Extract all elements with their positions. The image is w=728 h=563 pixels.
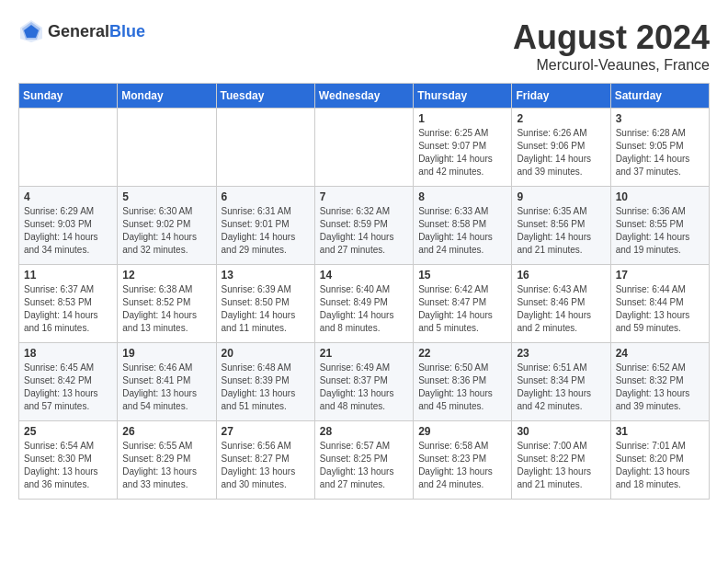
day-number: 6	[222, 190, 310, 203]
day-info: Sunrise: 6:54 AM Sunset: 8:30 PM Dayligh…	[24, 440, 112, 491]
day-info: Sunrise: 6:45 AM Sunset: 8:42 PM Dayligh…	[24, 362, 112, 413]
calendar-cell: 3Sunrise: 6:28 AM Sunset: 9:05 PM Daylig…	[610, 109, 709, 187]
day-number: 21	[320, 347, 408, 360]
logo-general: General	[48, 22, 109, 40]
calendar-cell: 30Sunrise: 7:00 AM Sunset: 8:22 PM Dayli…	[512, 421, 610, 500]
day-info: Sunrise: 6:48 AM Sunset: 8:39 PM Dayligh…	[222, 362, 310, 413]
calendar-cell: 18Sunrise: 6:45 AM Sunset: 8:42 PM Dayli…	[19, 343, 118, 421]
day-number: 3	[616, 112, 704, 125]
day-header-saturday: Saturday	[610, 84, 709, 109]
calendar-cell: 16Sunrise: 6:43 AM Sunset: 8:46 PM Dayli…	[512, 265, 610, 343]
calendar-week-row: 11Sunrise: 6:37 AM Sunset: 8:53 PM Dayli…	[19, 265, 710, 343]
day-info: Sunrise: 6:29 AM Sunset: 9:03 PM Dayligh…	[24, 205, 112, 257]
calendar-cell: 25Sunrise: 6:54 AM Sunset: 8:30 PM Dayli…	[19, 421, 118, 500]
calendar-cell: 31Sunrise: 7:01 AM Sunset: 8:20 PM Dayli…	[610, 421, 709, 500]
calendar-cell	[314, 109, 413, 187]
day-info: Sunrise: 6:33 AM Sunset: 8:58 PM Dayligh…	[418, 205, 506, 257]
calendar-cell: 17Sunrise: 6:44 AM Sunset: 8:44 PM Dayli…	[610, 265, 709, 343]
calendar-cell	[118, 109, 216, 187]
day-header-wednesday: Wednesday	[314, 84, 413, 109]
calendar-cell: 4Sunrise: 6:29 AM Sunset: 9:03 PM Daylig…	[19, 187, 118, 265]
calendar-cell: 29Sunrise: 6:58 AM Sunset: 8:23 PM Dayli…	[414, 421, 512, 500]
calendar-cell: 8Sunrise: 6:33 AM Sunset: 8:58 PM Daylig…	[414, 187, 512, 265]
day-number: 9	[517, 190, 605, 203]
day-number: 25	[24, 425, 112, 438]
subtitle: Mercurol-Veaunes, France	[513, 57, 710, 74]
day-number: 5	[122, 190, 210, 203]
calendar-cell: 20Sunrise: 6:48 AM Sunset: 8:39 PM Dayli…	[216, 343, 314, 421]
day-number: 18	[24, 347, 112, 360]
title-block: August 2024 Mercurol-Veaunes, France	[513, 18, 710, 74]
page-header: GeneralBlue August 2024 Mercurol-Veaunes…	[18, 18, 710, 74]
day-number: 28	[320, 425, 408, 438]
day-info: Sunrise: 6:30 AM Sunset: 9:02 PM Dayligh…	[122, 205, 210, 257]
day-info: Sunrise: 6:57 AM Sunset: 8:25 PM Dayligh…	[320, 440, 408, 491]
day-header-friday: Friday	[512, 84, 610, 109]
calendar-cell	[216, 109, 314, 187]
calendar-cell: 10Sunrise: 6:36 AM Sunset: 8:55 PM Dayli…	[610, 187, 709, 265]
day-number: 20	[222, 347, 310, 360]
calendar-cell: 12Sunrise: 6:38 AM Sunset: 8:52 PM Dayli…	[118, 265, 216, 343]
calendar-cell: 23Sunrise: 6:51 AM Sunset: 8:34 PM Dayli…	[512, 343, 610, 421]
day-info: Sunrise: 6:25 AM Sunset: 9:07 PM Dayligh…	[418, 127, 506, 178]
day-info: Sunrise: 6:43 AM Sunset: 8:46 PM Dayligh…	[517, 283, 605, 335]
calendar-week-row: 4Sunrise: 6:29 AM Sunset: 9:03 PM Daylig…	[19, 187, 710, 265]
day-info: Sunrise: 6:36 AM Sunset: 8:55 PM Dayligh…	[616, 205, 704, 257]
day-info: Sunrise: 6:26 AM Sunset: 9:06 PM Dayligh…	[517, 127, 605, 178]
day-info: Sunrise: 6:38 AM Sunset: 8:52 PM Dayligh…	[122, 283, 210, 335]
day-info: Sunrise: 6:56 AM Sunset: 8:27 PM Dayligh…	[222, 440, 310, 491]
logo-text: GeneralBlue	[48, 22, 145, 41]
day-header-thursday: Thursday	[414, 84, 512, 109]
day-number: 22	[418, 347, 506, 360]
calendar-week-row: 18Sunrise: 6:45 AM Sunset: 8:42 PM Dayli…	[19, 343, 710, 421]
calendar-cell: 11Sunrise: 6:37 AM Sunset: 8:53 PM Dayli…	[19, 265, 118, 343]
day-info: Sunrise: 6:49 AM Sunset: 8:37 PM Dayligh…	[320, 362, 408, 413]
day-info: Sunrise: 6:46 AM Sunset: 8:41 PM Dayligh…	[122, 362, 210, 413]
calendar-body: 1Sunrise: 6:25 AM Sunset: 9:07 PM Daylig…	[19, 109, 710, 500]
day-number: 13	[222, 269, 310, 282]
calendar-cell: 13Sunrise: 6:39 AM Sunset: 8:50 PM Dayli…	[216, 265, 314, 343]
day-info: Sunrise: 6:42 AM Sunset: 8:47 PM Dayligh…	[418, 283, 506, 335]
day-info: Sunrise: 6:44 AM Sunset: 8:44 PM Dayligh…	[616, 283, 704, 335]
day-number: 29	[418, 425, 506, 438]
logo-blue: Blue	[109, 22, 145, 40]
main-title: August 2024	[513, 18, 710, 57]
day-number: 2	[517, 112, 605, 125]
calendar-header-row: SundayMondayTuesdayWednesdayThursdayFrid…	[19, 84, 710, 109]
day-info: Sunrise: 6:37 AM Sunset: 8:53 PM Dayligh…	[24, 283, 112, 335]
calendar-week-row: 25Sunrise: 6:54 AM Sunset: 8:30 PM Dayli…	[19, 421, 710, 500]
calendar-cell: 7Sunrise: 6:32 AM Sunset: 8:59 PM Daylig…	[314, 187, 413, 265]
day-info: Sunrise: 7:00 AM Sunset: 8:22 PM Dayligh…	[517, 440, 605, 491]
day-number: 26	[122, 425, 210, 438]
logo: GeneralBlue	[18, 18, 145, 44]
calendar-cell: 21Sunrise: 6:49 AM Sunset: 8:37 PM Dayli…	[314, 343, 413, 421]
day-number: 27	[222, 425, 310, 438]
day-info: Sunrise: 6:50 AM Sunset: 8:36 PM Dayligh…	[418, 362, 506, 413]
day-header-tuesday: Tuesday	[216, 84, 314, 109]
day-info: Sunrise: 6:40 AM Sunset: 8:49 PM Dayligh…	[320, 283, 408, 335]
day-number: 15	[418, 269, 506, 282]
calendar-cell: 27Sunrise: 6:56 AM Sunset: 8:27 PM Dayli…	[216, 421, 314, 500]
logo-icon	[18, 18, 44, 44]
day-number: 23	[517, 347, 605, 360]
day-info: Sunrise: 6:35 AM Sunset: 8:56 PM Dayligh…	[517, 205, 605, 257]
day-number: 30	[517, 425, 605, 438]
calendar-cell: 24Sunrise: 6:52 AM Sunset: 8:32 PM Dayli…	[610, 343, 709, 421]
calendar-cell: 26Sunrise: 6:55 AM Sunset: 8:29 PM Dayli…	[118, 421, 216, 500]
day-info: Sunrise: 6:32 AM Sunset: 8:59 PM Dayligh…	[320, 205, 408, 257]
calendar-cell	[19, 109, 118, 187]
day-header-monday: Monday	[118, 84, 216, 109]
calendar-cell: 28Sunrise: 6:57 AM Sunset: 8:25 PM Dayli…	[314, 421, 413, 500]
day-info: Sunrise: 7:01 AM Sunset: 8:20 PM Dayligh…	[616, 440, 704, 491]
day-number: 11	[24, 269, 112, 282]
day-info: Sunrise: 6:55 AM Sunset: 8:29 PM Dayligh…	[122, 440, 210, 491]
day-number: 7	[320, 190, 408, 203]
day-number: 16	[517, 269, 605, 282]
day-number: 12	[122, 269, 210, 282]
calendar-table: SundayMondayTuesdayWednesdayThursdayFrid…	[18, 83, 710, 500]
calendar-cell: 19Sunrise: 6:46 AM Sunset: 8:41 PM Dayli…	[118, 343, 216, 421]
day-header-sunday: Sunday	[19, 84, 118, 109]
calendar-cell: 2Sunrise: 6:26 AM Sunset: 9:06 PM Daylig…	[512, 109, 610, 187]
day-info: Sunrise: 6:58 AM Sunset: 8:23 PM Dayligh…	[418, 440, 506, 491]
day-number: 10	[616, 190, 704, 203]
